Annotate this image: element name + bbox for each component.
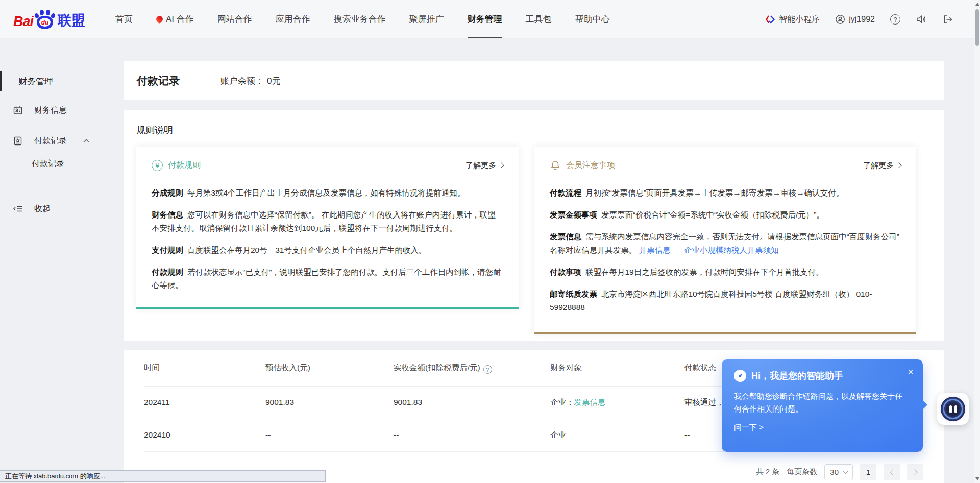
rule-item: 发票信息需与系统内发票信息内容完全一致，否则无法支付。请根据发票信息页面中“百度…: [550, 230, 901, 257]
user-account[interactable]: jyj1992: [835, 14, 875, 25]
chevron-down-icon: [843, 469, 848, 474]
close-icon[interactable]: ×: [908, 367, 914, 377]
member-notes-card: 会员注意事项 了解更多 付款流程月初按“发票信息”页面开具发票→上传发票→邮寄发…: [534, 147, 916, 334]
nav-item-search[interactable]: 搜索业务合作: [322, 0, 398, 38]
user-icon: [835, 14, 845, 25]
active-section-indicator: [0, 71, 2, 91]
chevron-right-icon: [912, 469, 917, 475]
chevron-left-icon: [890, 469, 895, 475]
sidebar: 财务管理 财务信息 付款记录 付款记录 收起: [0, 39, 112, 483]
browser-status-bar: 正在等待 xlab.baidu.com 的响应...: [0, 470, 326, 482]
main-nav: 首页 AI 合作 网站合作 应用合作 搜索业务合作 聚屏推广 财务管理 工具包 …: [104, 0, 622, 38]
invoice-info-table-link[interactable]: 发票信息: [574, 398, 606, 406]
scrollbar-thumb[interactable]: [975, 9, 979, 46]
member-notes-more-link[interactable]: 了解更多: [863, 161, 901, 171]
col-time: 时间: [144, 350, 265, 386]
col-actual-amount: 实收金额(扣除税费后/元)?: [394, 350, 550, 386]
chevron-right-icon: [498, 162, 504, 168]
top-navigation-bar: Bai du 联盟 首页 AI 合作 网站合作 应用合作 搜索业务合作 聚屏推广…: [0, 0, 974, 39]
nav-item-finance[interactable]: 财务管理: [456, 0, 514, 38]
assistant-popup: Hi，我是您的智能助手 × 我会帮助您诊断合作链路问题，以及解答您关于任何合作相…: [722, 359, 923, 452]
baidu-paw-icon: du: [34, 9, 56, 30]
next-page-button[interactable]: [907, 464, 923, 480]
tooltip-help-icon[interactable]: ?: [483, 365, 492, 374]
invoice-info-link[interactable]: 开票信息: [639, 246, 671, 254]
sidebar-item-finance-info[interactable]: 财务信息: [0, 100, 112, 120]
payment-record-icon: [13, 136, 23, 146]
baidu-union-logo[interactable]: Bai du 联盟: [13, 9, 85, 30]
help-icon[interactable]: ?: [890, 14, 900, 25]
mini-program-diamond-icon: [765, 14, 775, 25]
account-balance: 账户余额：0元: [220, 75, 280, 87]
mini-program-link[interactable]: 智能小程序: [765, 14, 820, 25]
payment-rules-title: 付款规则: [168, 160, 201, 171]
collapse-icon: [13, 205, 23, 213]
sound-icon[interactable]: [916, 14, 927, 25]
nav-item-ai[interactable]: AI 合作: [144, 0, 206, 38]
page-scrollbar[interactable]: [974, 0, 980, 483]
nav-item-website[interactable]: 网站合作: [206, 0, 264, 38]
balance-value: 0元: [267, 76, 280, 86]
assistant-title: Hi，我是您的智能助手: [751, 370, 843, 382]
rules-card: 规则说明 ¥ 付款规则 了解更多 分成规则每月第3或4个工作日产出上月分成信息及…: [124, 110, 944, 341]
compass-icon: [734, 370, 746, 382]
nav-item-screen[interactable]: 聚屏推广: [398, 0, 456, 38]
page-header-card: 付款记录 账户余额：0元: [124, 61, 944, 100]
rule-item: 付款规则若付款状态显示“已支付”，说明联盟已安排了您的付款。支付后三个工作日内到…: [152, 265, 503, 292]
sidebar-collapse-button[interactable]: 收起: [0, 199, 112, 219]
logout-icon[interactable]: [942, 14, 953, 25]
rule-item: 付款事项联盟在每月19日之后签收的发票，付款时间安排在下个月首批支付。: [550, 265, 901, 279]
assistant-message: 我会帮助您诊断合作链路问题，以及解答您关于任何合作相关的问题。: [734, 390, 905, 416]
sidebar-item-payment-records[interactable]: 付款记录: [0, 131, 112, 151]
nav-item-help[interactable]: 帮助中心: [564, 0, 622, 38]
yen-coin-icon: ¥: [152, 160, 163, 171]
logo-text-du: du: [39, 18, 51, 27]
flame-icon: [155, 14, 164, 23]
nav-item-toolkit[interactable]: 工具包: [514, 0, 564, 38]
prev-page-button[interactable]: [884, 464, 900, 480]
topbar-right: 智能小程序 jyj1992 ?: [765, 0, 953, 39]
sidebar-divider: [0, 188, 112, 188]
logo-text-union: 联盟: [58, 11, 85, 30]
member-notes-title: 会员注意事项: [566, 160, 615, 171]
scroll-up-arrow-icon[interactable]: [975, 3, 979, 6]
page-title: 付款记录: [137, 74, 180, 88]
col-finance-target: 财务对象: [550, 350, 684, 386]
sidebar-subitem-payment-records[interactable]: 付款记录: [0, 155, 112, 176]
rule-item: 付款流程月初按“发票信息”页面开具发票→上传发票→邮寄发票→审核→确认支付。: [550, 186, 901, 200]
nav-item-home[interactable]: 首页: [104, 0, 144, 38]
logo-text-bai: Bai: [13, 14, 33, 30]
assistant-robot-button[interactable]: [937, 393, 969, 425]
total-count: 共 2 条: [756, 467, 780, 477]
bell-icon: [550, 160, 561, 171]
payment-rules-card: ¥ 付款规则 了解更多 分成规则每月第3或4个工作日产出上月分成信息及发票信息，…: [136, 147, 519, 309]
small-taxpayer-guide-link[interactable]: 企业小规模纳税人开票须知: [684, 246, 779, 254]
chevron-right-icon: [896, 162, 901, 168]
per-page-select[interactable]: 30: [824, 464, 853, 480]
chevron-up-icon: [83, 138, 90, 143]
ask-now-link[interactable]: 问一下 >: [734, 423, 911, 432]
nav-item-app[interactable]: 应用合作: [264, 0, 322, 38]
robot-icon: [941, 397, 965, 421]
rule-item: 发票金额事项发票票面“价税合计”金额=系统中“实收金额（扣除税费后/元）”。: [550, 208, 901, 222]
sidebar-section-finance: 财务管理: [0, 73, 112, 90]
rule-item: 邮寄纸质发票北京市海淀区西北旺东路10号院百度科技园5号楼 百度联盟财务组（收）…: [550, 287, 901, 314]
rules-section-title: 规则说明: [136, 124, 931, 136]
payment-rules-more-link[interactable]: 了解更多: [465, 161, 503, 171]
page-number-1[interactable]: 1: [860, 464, 876, 480]
rule-item: 支付规则百度联盟会在每月20号—31号支付企业会员上个自然月产生的收入。: [152, 244, 503, 257]
scroll-down-arrow-icon[interactable]: [975, 477, 979, 480]
per-page-label: 每页条数: [787, 467, 817, 477]
finance-info-icon: [13, 105, 23, 115]
col-estimated-income: 预估收入(元): [265, 350, 394, 386]
rule-item: 分成规则每月第3或4个工作日产出上月分成信息及发票信息，如有特殊情况将提前通知。: [152, 186, 503, 200]
rule-item: 财务信息您可以在财务信息中选择“保留付款”。 在此期间您产生的收入将在账户内进行…: [152, 208, 503, 235]
